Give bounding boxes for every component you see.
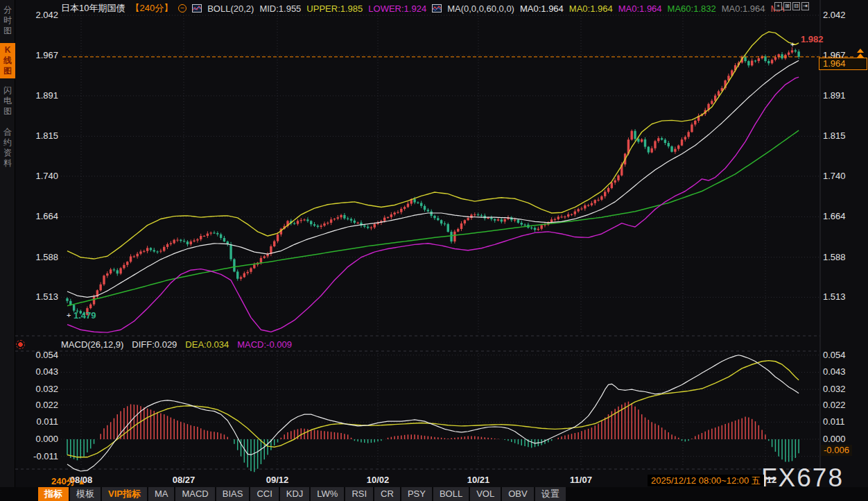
- toolbar-button-3[interactable]: MA: [148, 487, 176, 501]
- timeframe-label: 240分: [51, 476, 76, 486]
- sidebar-item-2[interactable]: 闪电图: [0, 83, 15, 119]
- exit-chart-icon[interactable]: ⇥: [801, 2, 809, 10]
- maxis-left-label-4: 0.011: [17, 416, 58, 427]
- sidebar-item-0[interactable]: 分时图: [0, 3, 15, 38]
- session-low-label: 1.479: [73, 310, 96, 321]
- toolbar-button-10[interactable]: CR: [374, 487, 401, 501]
- boll-mid-value: MID:1.955: [259, 3, 301, 14]
- toolbar-button-1[interactable]: 模板: [70, 487, 102, 501]
- sidebar-item-1[interactable]: K线图: [0, 43, 15, 78]
- chart-header: 日本10年期国债 【240分】 − BOLL(20,2) MID:1.955 U…: [61, 2, 784, 15]
- maxis-right-label-1: 0.043: [823, 366, 866, 377]
- axis-right-label-3: 1.815: [823, 130, 866, 141]
- low-marker-icon: +: [67, 311, 71, 319]
- toolbar-button-0[interactable]: 指标: [38, 487, 70, 501]
- ma-value-4: MA0:1.964: [722, 3, 765, 14]
- sidebar: 分时图K线图闪电图合约资料: [0, 0, 15, 487]
- maxis-left-label-6: -0.011: [17, 451, 58, 461]
- triangle-up-icon: [857, 53, 864, 58]
- triangle-up-icon: [857, 49, 864, 53]
- ma-legend-icon[interactable]: [432, 4, 442, 12]
- axis-right-label-4: 1.740: [823, 171, 866, 181]
- timeframe-arrow-icon: ▲: [78, 477, 85, 486]
- toolbar-button-15[interactable]: 设置: [535, 487, 567, 501]
- toolbar-button-13[interactable]: VOL: [470, 487, 502, 501]
- toolbar-button-7[interactable]: KDJ: [280, 487, 311, 501]
- macd-diff-value: DIFF:0.029: [132, 339, 177, 350]
- pan-icon[interactable]: +: [774, 2, 782, 10]
- axis-left-label-7: 1.513: [17, 291, 58, 302]
- chart-window-controls: +⊞⊟⇥: [774, 2, 809, 10]
- maxis-left-label-2: 0.032: [17, 384, 58, 394]
- session-high-label: 1.982: [801, 34, 824, 44]
- fit-vertical-icon[interactable]: ⊞: [783, 2, 791, 10]
- time-axis-label-2: 09/12: [266, 475, 289, 485]
- axis-left-label-6: 1.588: [17, 252, 58, 262]
- period-label: 【240分】: [130, 2, 173, 15]
- maxis-left-label-1: 0.043: [17, 366, 58, 377]
- maxis-right-label-2: 0.032: [823, 384, 866, 394]
- axis-left-label-5: 1.664: [17, 211, 58, 221]
- axis-left-label-0: 2.042: [17, 10, 58, 20]
- scroll-to-latest-button[interactable]: [857, 49, 864, 58]
- maxis-right-label-3: 0.022: [823, 400, 866, 410]
- trading-app-window: 分时图K线图闪电图合约资料 日本10年期国债 【240分】 − BOLL(20,…: [0, 0, 868, 501]
- toolbar-button-9[interactable]: RSI: [345, 487, 374, 501]
- axis-right-label-6: 1.588: [823, 252, 866, 262]
- toolbar-button-2[interactable]: VIP指标: [102, 487, 148, 501]
- collapse-header-icon[interactable]: −: [178, 4, 186, 12]
- time-axis-label-1: 08/27: [173, 475, 196, 485]
- toolbar-button-6[interactable]: CCI: [250, 487, 279, 501]
- axis-right-label-2: 1.891: [823, 90, 866, 101]
- last-price-box: 1.964: [819, 58, 867, 70]
- boll-lower-value: LOWER:1.924: [368, 3, 426, 14]
- time-axis-label-3: 10/02: [367, 475, 390, 485]
- toolbar-button-12[interactable]: BOLL: [433, 487, 470, 501]
- maxis-right-label-5: 0.000: [823, 434, 866, 444]
- toolbar-button-8[interactable]: LW%: [311, 487, 345, 501]
- ma-params-label: MA(0,0,0,60,0,0): [447, 3, 514, 14]
- ma-value-1: MA0:1.964: [569, 3, 613, 14]
- axis-right-label-7: 1.513: [823, 291, 866, 302]
- boll-upper-value: UPPER:1.985: [306, 3, 363, 14]
- axis-right-label-5: 1.664: [823, 211, 866, 221]
- maxis-right-label-0: 0.054: [823, 350, 866, 360]
- ma-value-0: MA0:1.964: [520, 3, 564, 14]
- maxis-left-label-5: 0.000: [17, 434, 58, 444]
- time-axis-label-4: 10/21: [467, 475, 490, 485]
- indicator-toolbar: 指标模板VIP指标MAMACDBIASCCIKDJLW%RSICRPSYBOLL…: [0, 487, 868, 501]
- session-info-box: 2025/12/12 08:00~12:00 五: [648, 475, 764, 486]
- macd-hist-value: MACD:-0.009: [237, 339, 292, 350]
- maxis-left-label-3: 0.022: [17, 400, 58, 410]
- boll-label: BOLL(20,2): [207, 3, 254, 14]
- axis-left-label-2: 1.891: [17, 90, 58, 101]
- toolbar-button-14[interactable]: OBV: [502, 487, 535, 501]
- sidebar-item-3[interactable]: 合约资料: [0, 125, 15, 171]
- live-indicator-icon: [16, 340, 25, 349]
- ma-value-3: MA60:1.832: [668, 3, 716, 14]
- axis-left-label-1: 1.967: [17, 50, 58, 60]
- instrument-title: 日本10年期国债: [61, 2, 125, 15]
- maxis-left-label-0: 0.054: [17, 350, 58, 360]
- main-chart-canvas[interactable]: [0, 0, 868, 487]
- axis-right-label-0: 2.042: [823, 10, 866, 20]
- toolbar-button-4[interactable]: MACD: [175, 487, 216, 501]
- axis-left-label-3: 1.815: [17, 130, 58, 141]
- macd-header: MACD(26,12,9) DIFF:0.029 DEA:0.034 MACD:…: [61, 339, 292, 350]
- macd-last-value-box: -0.006: [821, 445, 852, 456]
- fit-horizontal-icon[interactable]: ⊟: [792, 2, 800, 10]
- ma-value-2: MA0:1.964: [618, 3, 662, 14]
- time-axis-label-5: 11/07: [570, 475, 592, 485]
- toolbar-button-5[interactable]: BIAS: [216, 487, 251, 501]
- toolbar-button-11[interactable]: PSY: [401, 487, 433, 501]
- timeframe-badge[interactable]: 240分 ▲: [51, 475, 85, 488]
- high-marker-icon: +: [790, 40, 795, 49]
- axis-left-label-4: 1.740: [17, 171, 58, 181]
- macd-dea-value: DEA:0.034: [185, 339, 229, 350]
- macd-params-label: MACD(26,12,9): [61, 339, 123, 350]
- maxis-right-label-4: 0.011: [823, 416, 866, 427]
- boll-legend-icon[interactable]: [192, 4, 202, 12]
- ma-values: MA0:1.964MA0:1.964MA0:1.964MA60:1.832MA0…: [520, 3, 784, 14]
